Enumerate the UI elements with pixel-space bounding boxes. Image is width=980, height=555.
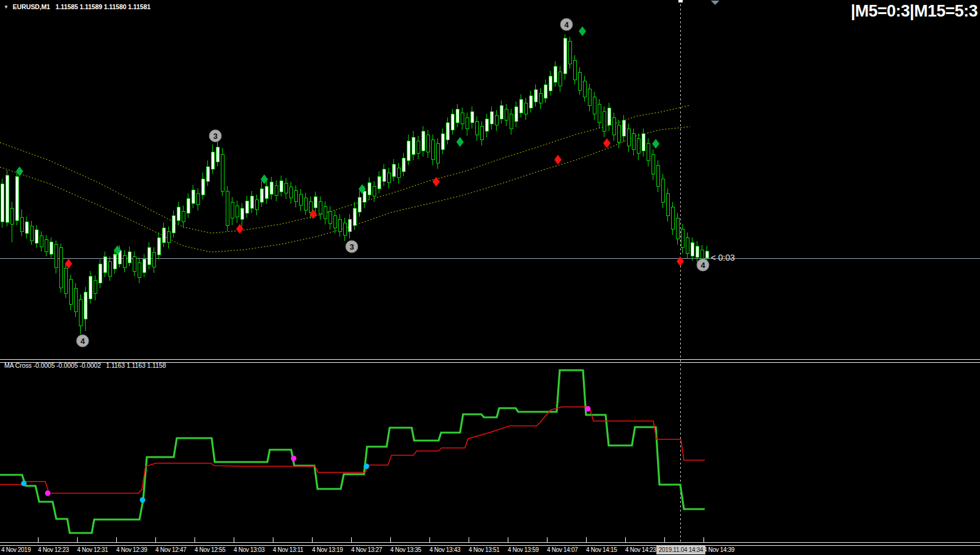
ma-cross-slow-line: [0, 407, 705, 493]
mt4-chart-window: 43344 ▼ EURUSD,M1 1.11585 1.11589 1.1158…: [0, 0, 980, 555]
diamond-marker-green: [456, 137, 464, 147]
time-axis-label: 4 Nov 12:55: [195, 546, 226, 553]
time-axis-label: 4 Nov 13:43: [429, 546, 461, 553]
diamond-marker-green: [652, 139, 659, 149]
chart-canvas[interactable]: 43344: [0, 0, 980, 555]
cross-signal-dot-magenta: [585, 406, 591, 412]
time-axis[interactable]: 2019.11.04 14:34 4 Nov 20194 Nov 12:234 …: [0, 546, 980, 555]
time-axis-label: 4 Nov 14:23: [625, 546, 656, 553]
time-axis-label: 4 Nov 13:35: [390, 546, 421, 553]
cross-signal-dot-cyan: [21, 481, 27, 486]
crosshair-time-badge: 2019.11.04 14:34: [656, 546, 705, 554]
diamond-marker-red: [554, 155, 562, 165]
time-axis-label: 4 Nov 13:51: [469, 546, 500, 553]
signal-counter-label: |M5=0:3|M15=5:3: [851, 2, 978, 21]
diamond-marker-red: [603, 138, 611, 148]
circle-marker-number: 4: [564, 20, 569, 29]
ohlc-quotes: 1.11585 1.11589 1.11580 1.11581: [56, 3, 150, 10]
time-axis-label: 4 Nov 12:39: [116, 546, 147, 553]
circle-marker-number: 4: [700, 261, 705, 270]
time-axis-label: 4 Nov 12:47: [155, 546, 187, 553]
time-axis-label: 4 Nov 12:23: [38, 546, 69, 553]
indicator-label: MA Cross -0.0005 -0.0005 -0.0002 1.1163 …: [4, 362, 166, 369]
diamond-marker-red: [236, 224, 243, 234]
cross-signal-dot-magenta: [45, 491, 51, 496]
diamond-marker-green: [579, 26, 586, 36]
envelope-upper-band: [0, 105, 690, 233]
crosshair-vline-anchor: [678, 0, 683, 2]
time-axis-ticks: [39, 537, 704, 542]
numbered-circle-markers: 43344: [76, 18, 709, 347]
chart-shift-marker-icon[interactable]: [711, 1, 719, 5]
circle-marker-number: 3: [349, 242, 354, 251]
time-axis-label: 4 Nov 2019: [1, 546, 31, 553]
time-axis-label: 4 Nov 13:03: [234, 546, 265, 553]
diamond-marker-red: [677, 256, 684, 266]
time-axis-label: 4 Nov 14:39: [703, 546, 735, 553]
cross-signal-dot-cyan: [140, 497, 146, 503]
symbol-info-bar: ▼ EURUSD,M1 1.11585 1.11589 1.11580 1.11…: [4, 3, 150, 10]
cross-signal-dot-magenta: [291, 456, 297, 461]
time-axis-label: 4 Nov 14:07: [547, 546, 578, 553]
time-axis-label: 4 Nov 13:27: [351, 546, 382, 553]
time-axis-label: 4 Nov 13:19: [312, 546, 343, 553]
symbol-timeframe-label: EURUSD,M1: [13, 3, 50, 10]
ma-cross-fast-line: [0, 370, 705, 533]
ma-cross-indicator: [0, 370, 705, 533]
time-axis-label: 4 Nov 13:11: [273, 546, 303, 553]
time-axis-label: 4 Nov 14:15: [586, 546, 617, 553]
time-axis-label: 4 Nov 13:59: [508, 546, 539, 553]
time-axis-label: 4 Nov 12:31: [77, 546, 108, 553]
data-window-arrow-icon[interactable]: ▼: [4, 4, 9, 10]
circle-marker-number: 3: [213, 132, 217, 141]
cross-signal-dot-cyan: [364, 464, 369, 469]
circle-marker-number: 4: [80, 337, 85, 346]
candle-countdown-timer: < 0:03: [711, 253, 735, 263]
candlestick-series: [1, 34, 708, 334]
